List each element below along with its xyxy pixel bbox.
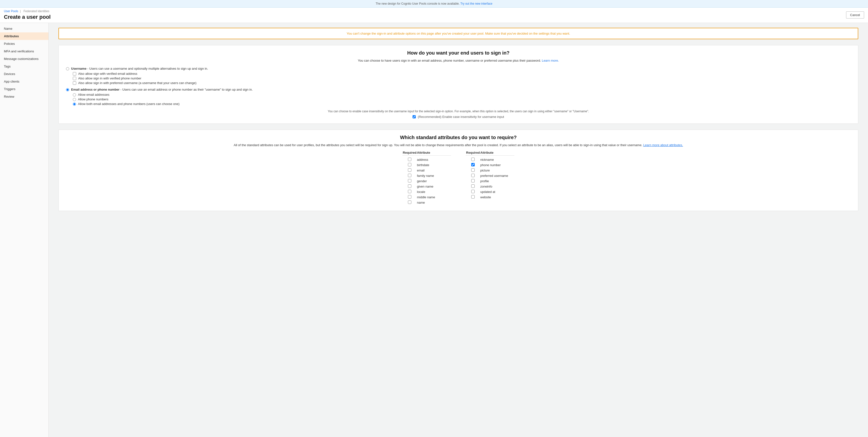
attr-label-name: name <box>417 201 451 205</box>
email-only-radio[interactable] <box>73 93 76 96</box>
case-check-row: (Recommended) Enable case insensitivity … <box>71 115 846 119</box>
attr-checkbox-email[interactable] <box>408 168 411 172</box>
sidebar-item-attributes[interactable]: Attributes <box>0 32 49 40</box>
email-only-label: Allow email addresses <box>78 93 110 96</box>
attr-label-middle-name: middle name <box>417 195 451 199</box>
username-radio[interactable] <box>66 67 69 70</box>
email-phone-bold: Email address or phone number <box>71 88 120 91</box>
attr-checkbox-profile[interactable] <box>471 179 475 183</box>
attr-checkbox-website[interactable] <box>471 195 475 198</box>
banner-text: The new design for Cognito User Pools co… <box>376 2 460 5</box>
breadcrumb-user-pools[interactable]: User Pools <box>4 9 18 13</box>
phone-alias-checkbox[interactable] <box>73 77 76 80</box>
both-label: Allow both email addresses and phone num… <box>78 102 180 106</box>
email-phone-option-label[interactable]: Email address or phone number - Users ca… <box>66 88 851 91</box>
phone-alias-label: Also allow sign in with verified phone n… <box>78 76 141 80</box>
case-check-label: (Recommended) Enable case insensitivity … <box>418 115 504 119</box>
attr-label-family-name: family name <box>417 174 451 178</box>
attr-label-preferred-username: preferred username <box>480 174 515 178</box>
attr-header-attribute-2: Attribute <box>480 151 515 154</box>
email-alias-checkbox[interactable] <box>73 72 76 75</box>
attr-column-2: Required Attribute nickname phone number… <box>466 151 515 206</box>
sidebar-item-message[interactable]: Message customizations <box>0 55 49 63</box>
top-banner: The new design for Cognito User Pools co… <box>0 0 868 7</box>
attr-row-website: website <box>466 195 515 199</box>
attr-checkbox-family-name[interactable] <box>408 174 411 177</box>
attr-checkbox-locale[interactable] <box>408 190 411 193</box>
attr-checkbox-birthdate[interactable] <box>408 163 411 166</box>
sidebar-item-name[interactable]: Name <box>0 25 49 32</box>
email-alias-option: Also allow sign with verified email addr… <box>73 72 851 75</box>
sidebar-item-tags[interactable]: Tags <box>0 63 49 70</box>
attr-label-locale: locale <box>417 190 451 194</box>
attr-checkbox-picture[interactable] <box>471 168 475 172</box>
username-option-label[interactable]: Username - Users can use a username and … <box>66 67 851 70</box>
warning-text: You can't change the sign-in and attribu… <box>347 32 570 35</box>
warning-box: You can't change the sign-in and attribu… <box>58 28 858 39</box>
phone-only-radio[interactable] <box>73 98 76 101</box>
attr-checkbox-nickname[interactable] <box>471 158 475 161</box>
attr-label-picture: picture <box>480 168 515 172</box>
attr-row-zoneinfo: zoneinfo <box>466 184 515 189</box>
attributes-title: Which standard attributes do you want to… <box>66 135 851 140</box>
banner-link[interactable]: Try out the new interface <box>460 2 492 5</box>
attr-row-picture: picture <box>466 168 515 173</box>
case-sensitivity-desc: You can choose to enable case insensitiv… <box>71 110 846 113</box>
attr-checkbox-phone-number[interactable] <box>471 163 475 166</box>
sidebar-item-review[interactable]: Review <box>0 93 49 100</box>
attr-checkbox-name[interactable] <box>408 200 411 204</box>
sidebar: Name Attributes Policies MFA and verific… <box>0 23 49 437</box>
attr-checkbox-zoneinfo[interactable] <box>471 184 475 188</box>
preferred-alias-checkbox[interactable] <box>73 81 76 85</box>
email-phone-radio[interactable] <box>66 88 69 91</box>
main-layout: Name Attributes Policies MFA and verific… <box>0 23 868 437</box>
attributes-learn-more[interactable]: Learn more about attributes. <box>643 143 683 147</box>
attr-header-required-2: Required <box>466 151 480 154</box>
signin-options-section: How do you want your end users to sign i… <box>58 45 858 124</box>
attr-checkbox-updated-at[interactable] <box>471 190 475 193</box>
attr-row-locale: locale <box>402 190 451 194</box>
attr-checkbox-given-name[interactable] <box>408 184 411 188</box>
attr-row-given-name: given name <box>402 184 451 189</box>
breadcrumb: User Pools | Federated Identities <box>4 9 51 13</box>
sidebar-item-devices[interactable]: Devices <box>0 70 49 78</box>
attr-label-address: address <box>417 158 451 161</box>
sidebar-item-policies[interactable]: Policies <box>0 40 49 48</box>
attr-checkbox-preferred-username[interactable] <box>471 174 475 177</box>
both-radio[interactable] <box>73 102 76 106</box>
case-insensitivity-checkbox[interactable] <box>412 115 416 118</box>
attr-row-preferred-username: preferred username <box>466 174 515 178</box>
attributes-section: Which standard attributes do you want to… <box>58 130 858 211</box>
username-sub-options: Also allow sign with verified email addr… <box>73 72 851 85</box>
attr-label-email: email <box>417 168 451 172</box>
attr-row-updated-at: updated at <box>466 190 515 194</box>
preferred-alias-option: Also allow sign in with preferred userna… <box>73 81 851 85</box>
attr-row-middle-name: middle name <box>402 195 451 199</box>
email-only-option: Allow email addresses <box>73 93 851 96</box>
attr-header-required-1: Required <box>402 151 417 154</box>
attr-row-birthdate: birthdate <box>402 163 451 167</box>
attr-label-gender: gender <box>417 179 451 183</box>
attr-header-2: Required Attribute <box>466 151 515 156</box>
attr-label-given-name: given name <box>417 185 451 188</box>
attr-row-name: name <box>402 200 451 205</box>
breadcrumb-separator: | <box>20 9 21 13</box>
sidebar-item-triggers[interactable]: Triggers <box>0 85 49 93</box>
cancel-button[interactable]: Cancel <box>846 11 864 19</box>
attr-checkbox-address[interactable] <box>408 158 411 161</box>
attr-header-attribute-1: Attribute <box>417 151 451 154</box>
attr-checkbox-gender[interactable] <box>408 179 411 183</box>
phone-only-option: Allow phone numbers <box>73 97 851 101</box>
attr-row-profile: profile <box>466 179 515 183</box>
attr-checkbox-middle-name[interactable] <box>408 195 411 198</box>
attributes-desc-text: All of the standard attributes can be us… <box>234 143 643 147</box>
attr-label-phone-number: phone number <box>480 163 515 167</box>
signin-learn-more[interactable]: Learn more. <box>542 59 559 62</box>
sidebar-item-appclients[interactable]: App clients <box>0 78 49 85</box>
page-title: Create a user pool <box>4 14 51 20</box>
sidebar-item-mfa[interactable]: MFA and verifications <box>0 48 49 55</box>
both-option: Allow both email addresses and phone num… <box>73 102 851 106</box>
case-sensitivity-section: You can choose to enable case insensitiv… <box>66 110 851 119</box>
email-alias-label: Also allow sign with verified email addr… <box>78 72 137 75</box>
attr-label-zoneinfo: zoneinfo <box>480 185 515 188</box>
